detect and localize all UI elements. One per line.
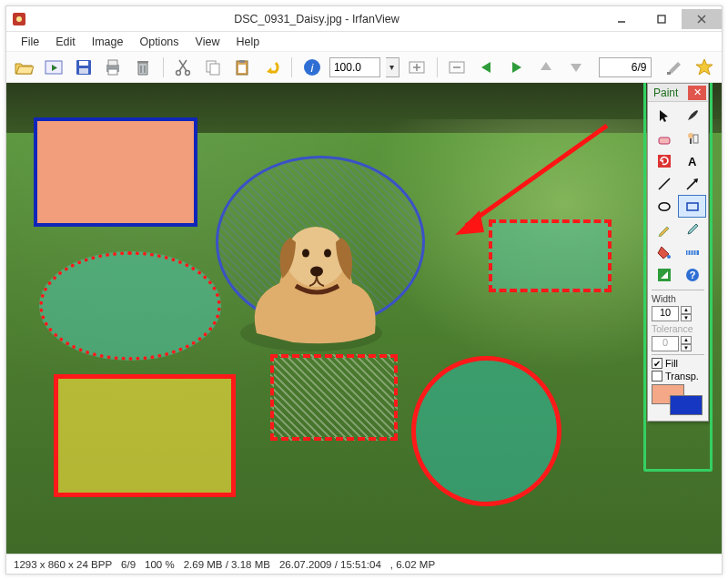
svg-rect-10 [79,68,88,74]
svg-marker-24 [267,67,272,74]
menubar: File Edit Image Options View Help [6,32,722,52]
eraser-tool-icon[interactable] [650,127,678,149]
zoom-input[interactable]: 100.0 [329,57,380,77]
toolbar-divider [163,57,164,77]
save-icon[interactable] [71,55,96,80]
svg-rect-22 [239,60,245,63]
svg-point-57 [667,255,671,259]
svg-marker-44 [455,210,484,235]
open-icon[interactable] [12,55,36,80]
width-input[interactable]: 10 [652,306,679,321]
paint-panel-title[interactable]: Paint ✕ [648,84,708,102]
dog-illustration [238,197,384,351]
fill-checkbox[interactable]: ✔ [652,358,662,369]
app-icon [12,12,26,26]
titlebar: DSC_0931_Daisy.jpg - IrfanView [6,6,722,32]
up-arrow-icon[interactable] [534,55,559,80]
rotate-tool-icon[interactable] [650,149,678,172]
minimize-button[interactable] [602,9,642,29]
next-image-icon[interactable] [504,55,529,80]
svg-point-1 [16,16,22,22]
window-title: DSC_0931_Daisy.jpg - IrfanView [32,13,602,25]
prev-image-icon[interactable] [474,55,499,80]
paste-icon[interactable] [230,55,255,80]
arrow-annotation [448,121,612,239]
image-counter[interactable]: 6/9 [599,57,652,77]
info-icon[interactable]: i [299,55,324,80]
svg-point-46 [688,133,693,138]
svg-rect-48 [693,135,698,143]
svg-rect-13 [108,69,117,75]
arrow-tool-icon[interactable] [678,172,706,195]
svg-point-17 [176,70,180,75]
width-spinner[interactable]: ▲▼ [681,306,692,321]
paint-title-label: Paint [653,86,678,99]
paint-close-button[interactable]: ✕ [688,86,706,100]
svg-line-52 [659,178,670,189]
circle-annotation [411,356,561,506]
svg-rect-12 [108,60,117,66]
clone-tool-icon[interactable] [678,127,706,149]
down-arrow-icon[interactable] [563,55,588,80]
zoom-dropdown[interactable]: ▾ [386,57,399,77]
zoom-out-icon[interactable] [445,55,470,80]
menu-view[interactable]: View [188,35,228,49]
fill-tool-icon[interactable] [650,240,678,263]
width-label: Width [648,292,708,305]
menu-edit[interactable]: Edit [48,35,83,49]
window-controls [602,9,722,29]
settings-icon[interactable] [662,55,687,80]
zoom-in-icon[interactable] [405,55,430,80]
cut-icon[interactable] [170,55,195,80]
svg-rect-45 [659,137,670,144]
measure-tool-icon[interactable] [650,263,678,286]
menu-options[interactable]: Options [132,35,186,49]
svg-point-18 [185,70,189,75]
svg-rect-23 [238,65,246,73]
maximize-button[interactable] [642,9,682,29]
svg-point-55 [659,202,670,210]
menu-file[interactable]: File [14,35,46,49]
svg-rect-47 [690,138,692,144]
line-tool-icon[interactable] [650,172,678,195]
status-zoom: 100 % [145,559,175,570]
svg-rect-36 [667,72,671,75]
undo-icon[interactable] [260,55,285,80]
background-color-swatch[interactable] [670,395,703,415]
rectangle-annotation [34,117,197,227]
ellipse-tool-icon[interactable] [650,195,678,218]
select-tool-icon[interactable] [650,104,678,127]
straighten-tool-icon[interactable] [678,240,706,263]
delete-icon[interactable] [131,55,156,80]
app-window: DSC_0931_Daisy.jpg - IrfanView File Edit… [5,5,723,575]
favorite-icon[interactable] [692,55,716,80]
print-icon[interactable] [101,55,126,80]
transp-label: Transp. [665,371,699,382]
copy-icon[interactable] [200,55,225,80]
paint-panel: Paint ✕ A ? Widt [647,83,709,422]
transp-checkbox[interactable] [652,371,662,382]
close-button[interactable] [682,9,722,29]
svg-point-40 [302,249,309,258]
toolbar: i 100.0 ▾ 6/9 [6,52,722,83]
menu-image[interactable]: Image [85,35,131,49]
rectangle-tool-icon[interactable] [678,195,706,218]
text-tool-icon[interactable]: A [678,149,706,172]
svg-point-42 [310,267,323,277]
svg-rect-3 [658,15,665,23]
svg-rect-14 [137,61,148,63]
svg-line-53 [687,180,696,189]
eyedropper-tool-icon[interactable] [678,218,706,240]
menu-help[interactable]: Help [228,35,267,49]
svg-line-43 [466,126,607,226]
fill-label: Fill [665,358,678,369]
toolbar-divider [291,57,292,77]
ellipse-annotation [39,251,221,361]
slideshow-icon[interactable] [42,55,66,80]
help-tool-icon[interactable]: ? [678,263,706,286]
pencil-tool-icon[interactable] [650,218,678,240]
image-canvas[interactable]: Paint ✕ A ? Widt [6,83,722,554]
brush-tool-icon[interactable] [678,104,706,127]
status-counter: 6/9 [121,559,136,570]
rectangle-annotation [270,354,398,441]
